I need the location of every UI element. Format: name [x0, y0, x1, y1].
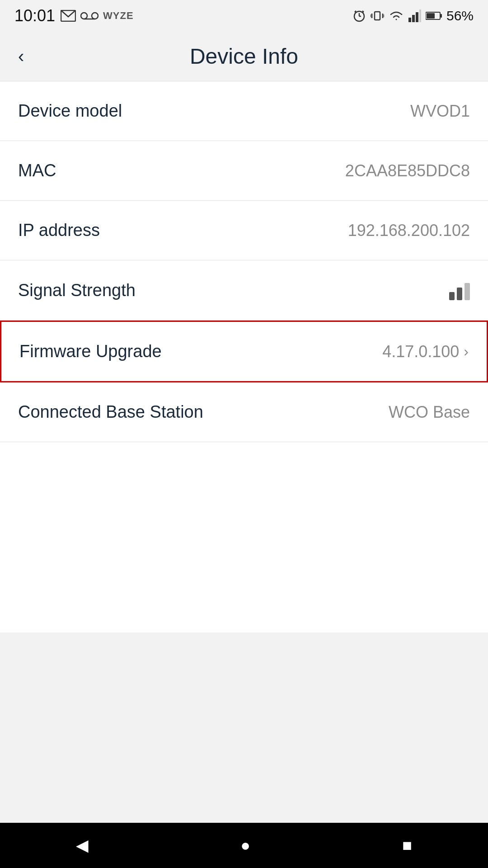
mac-label: MAC: [18, 161, 56, 180]
page-title: Device Info: [190, 44, 298, 69]
device-info-content: Device model WVOD1 MAC 2CAA8E85DDC8 IP a…: [0, 81, 488, 632]
svg-point-2: [92, 13, 98, 19]
svg-rect-17: [419, 9, 421, 22]
device-model-label: Device model: [18, 101, 122, 121]
wyze-label: WYZE: [103, 10, 134, 22]
mac-row: MAC 2CAA8E85DDC8: [0, 141, 488, 201]
top-nav: ‹ Device Info: [0, 32, 488, 81]
ip-address-row: IP address 192.168.200.102: [0, 201, 488, 260]
svg-rect-15: [412, 15, 415, 22]
back-button[interactable]: ‹: [14, 42, 28, 71]
vibrate-icon: [371, 9, 384, 23]
status-bar: 10:01 WYZE: [0, 0, 488, 32]
battery-percentage: 56%: [446, 8, 474, 24]
signal-strength-bars: [449, 280, 470, 300]
firmware-upgrade-label: Firmware Upgrade: [19, 342, 162, 361]
signal-strength-row: Signal Strength: [0, 260, 488, 321]
svg-rect-14: [408, 18, 411, 22]
status-time: 10:01: [14, 6, 55, 25]
android-back-button[interactable]: ◀: [58, 831, 107, 859]
signal-bar-2: [457, 288, 462, 300]
ip-address-label: IP address: [18, 221, 100, 240]
signal-bar-1: [449, 292, 455, 300]
connected-base-station-label: Connected Base Station: [18, 402, 203, 422]
signal-bar-3: [465, 283, 470, 300]
firmware-upgrade-row[interactable]: Firmware Upgrade 4.17.0.100 ›: [0, 321, 488, 382]
android-recents-button[interactable]: ■: [384, 831, 430, 859]
battery-icon: [426, 11, 442, 20]
firmware-chevron-icon: ›: [464, 343, 469, 360]
svg-rect-19: [427, 13, 435, 19]
firmware-upgrade-value: 4.17.0.100 ›: [382, 342, 469, 361]
signal-strength-label: Signal Strength: [18, 281, 136, 300]
device-model-row: Device model WVOD1: [0, 81, 488, 141]
signal-icon: [408, 9, 421, 22]
voicemail-icon: [80, 11, 99, 20]
svg-rect-16: [416, 12, 418, 22]
mail-icon: [61, 10, 76, 22]
status-icons-left: WYZE: [61, 10, 134, 22]
device-model-value: WVOD1: [410, 102, 470, 121]
status-icons-right: 56%: [352, 8, 474, 24]
alarm-icon: [352, 9, 366, 23]
svg-rect-9: [375, 12, 380, 20]
svg-rect-20: [441, 14, 442, 18]
connected-base-station-value: WCO Base: [389, 403, 470, 422]
mac-value: 2CAA8E85DDC8: [345, 161, 470, 180]
android-nav-bar: ◀ ● ■: [0, 823, 488, 868]
android-home-button[interactable]: ●: [222, 831, 268, 859]
svg-point-1: [81, 13, 87, 19]
bottom-spacer: [0, 632, 488, 823]
ip-address-value: 192.168.200.102: [348, 221, 470, 240]
wifi-icon: [389, 9, 404, 22]
connected-base-station-row: Connected Base Station WCO Base: [0, 382, 488, 442]
